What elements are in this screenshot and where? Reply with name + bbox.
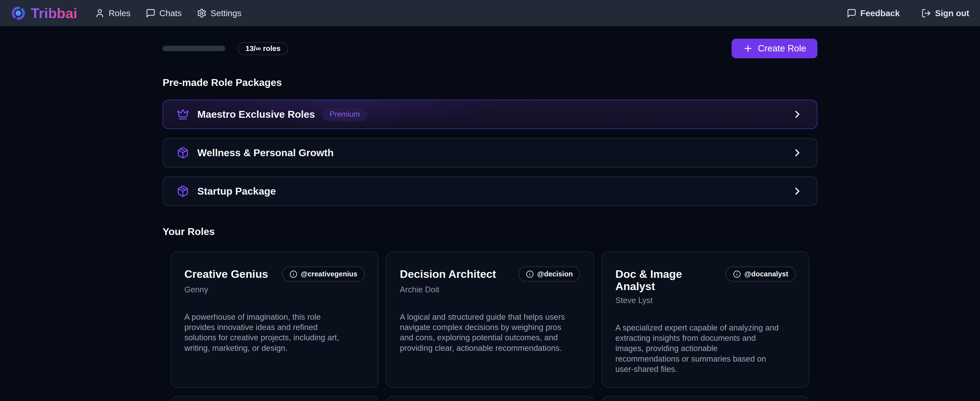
nav-item-roles[interactable]: Roles bbox=[95, 8, 130, 18]
tribbai-logo-icon bbox=[11, 6, 26, 21]
package-row-wellness[interactable]: Wellness & Personal Growth bbox=[162, 138, 818, 168]
feedback-button[interactable]: Feedback bbox=[847, 8, 900, 18]
brand-name: Tribbai bbox=[31, 5, 77, 21]
role-handle: @creativegenius bbox=[301, 270, 357, 278]
create-role-label: Create Role bbox=[758, 43, 806, 54]
top-navigation: Tribbai Roles Chats bbox=[0, 0, 980, 26]
chevron-right-icon bbox=[791, 147, 803, 159]
role-subtitle: Genny bbox=[185, 285, 364, 294]
package-icon bbox=[177, 185, 189, 197]
roles-toolbar: 13/∞ roles Create Role bbox=[162, 39, 818, 58]
packages-section-title: Pre-made Role Packages bbox=[162, 77, 818, 88]
role-subtitle: Archie Doit bbox=[400, 285, 580, 294]
nav-item-chats[interactable]: Chats bbox=[146, 8, 182, 18]
role-card-doc-image-analyst[interactable]: Doc & Image Analyst @docanalyst Steve Ly… bbox=[602, 251, 809, 388]
role-handle: @decision bbox=[537, 270, 573, 278]
role-card-header: Decision Architect @decision bbox=[400, 268, 580, 281]
role-description: A logical and structured guide that help… bbox=[400, 312, 566, 353]
premium-badge: Premium bbox=[322, 107, 367, 121]
primary-nav: Roles Chats Settings bbox=[95, 8, 241, 18]
main-content: 13/∞ roles Create Role Pre-made Role Pac… bbox=[162, 39, 818, 401]
nav-item-settings[interactable]: Settings bbox=[197, 8, 241, 18]
feedback-label: Feedback bbox=[861, 8, 900, 18]
sign-out-button[interactable]: Sign out bbox=[921, 8, 969, 18]
role-handle-badge[interactable]: @decision bbox=[519, 267, 580, 281]
your-roles-section-title: Your Roles bbox=[162, 226, 818, 238]
package-row-startup[interactable]: Startup Package bbox=[162, 177, 818, 206]
nav-right-group: Feedback Sign out bbox=[847, 8, 969, 18]
roles-progress-bar bbox=[162, 46, 225, 51]
roles-grid: Creative Genius @creativegenius Genny A … bbox=[162, 251, 818, 388]
nav-settings-label: Settings bbox=[210, 8, 241, 18]
info-icon bbox=[733, 270, 741, 278]
role-card-creative-genius[interactable]: Creative Genius @creativegenius Genny A … bbox=[171, 251, 378, 388]
brand-logo[interactable]: Tribbai bbox=[11, 5, 77, 21]
role-handle: @docanalyst bbox=[744, 270, 788, 278]
plus-icon bbox=[743, 43, 753, 54]
role-title: Decision Architect bbox=[400, 268, 496, 280]
package-name: Wellness & Personal Growth bbox=[197, 147, 334, 159]
role-subtitle: Steve Lyst bbox=[616, 296, 795, 305]
info-icon bbox=[526, 270, 534, 278]
chevron-right-icon bbox=[791, 109, 803, 120]
chevron-right-icon bbox=[791, 185, 803, 197]
role-title: Doc & Image Analyst bbox=[616, 268, 720, 292]
gear-icon bbox=[197, 8, 207, 18]
package-name: Startup Package bbox=[197, 185, 276, 197]
package-icon bbox=[177, 147, 189, 159]
role-handle-badge[interactable]: @creativegenius bbox=[282, 267, 364, 281]
log-out-icon bbox=[921, 8, 931, 18]
nav-roles-label: Roles bbox=[108, 8, 130, 18]
roles-count-badge: 13/∞ roles bbox=[238, 42, 288, 55]
sign-out-label: Sign out bbox=[935, 8, 969, 18]
role-card-partial[interactable] bbox=[171, 396, 378, 401]
create-role-button[interactable]: Create Role bbox=[732, 39, 818, 58]
role-card-header: Creative Genius @creativegenius bbox=[185, 268, 364, 281]
package-name: Maestro Exclusive Roles bbox=[197, 109, 315, 120]
role-card-decision-architect[interactable]: Decision Architect @decision Archie Doit… bbox=[386, 251, 594, 388]
chat-bubble-icon bbox=[146, 8, 156, 18]
role-description: A specialized expert capable of analyzin… bbox=[616, 323, 781, 374]
nav-chats-label: Chats bbox=[159, 8, 182, 18]
user-icon bbox=[95, 8, 105, 18]
role-card-partial[interactable] bbox=[386, 396, 594, 401]
package-row-maestro[interactable]: Maestro Exclusive Roles Premium bbox=[162, 100, 818, 129]
role-description: A powerhouse of imagination, this role p… bbox=[185, 312, 350, 353]
role-title: Creative Genius bbox=[185, 268, 268, 280]
feedback-bubble-icon bbox=[847, 8, 856, 18]
role-card-header: Doc & Image Analyst @docanalyst bbox=[616, 268, 795, 292]
info-icon bbox=[290, 270, 298, 278]
role-handle-badge[interactable]: @docanalyst bbox=[726, 267, 795, 281]
role-card-partial[interactable] bbox=[602, 396, 809, 401]
crown-icon bbox=[177, 108, 189, 120]
roles-grid-row-2 bbox=[162, 396, 818, 401]
